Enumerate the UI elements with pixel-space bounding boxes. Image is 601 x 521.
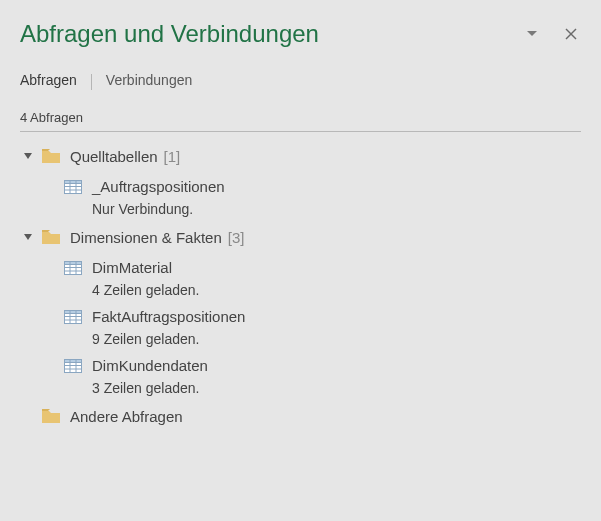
table-icon (64, 310, 82, 324)
group-name: Andere Abfragen (70, 408, 183, 425)
group-header[interactable]: Andere Abfragen (20, 404, 581, 428)
query-group: Dimensionen & Fakten [3] (20, 225, 581, 396)
group-header[interactable]: Quelltabellen [1] (20, 144, 581, 168)
query-group: Quelltabellen [1] _Au (20, 144, 581, 217)
query-tree: Quelltabellen [1] _Au (20, 144, 581, 428)
query-item-row: DimKundendaten (64, 357, 581, 374)
chevron-down-icon (20, 229, 36, 245)
pane-title: Abfragen und Verbindungen (20, 20, 527, 48)
group-header[interactable]: Dimensionen & Fakten [3] (20, 225, 581, 249)
query-name: _Auftragspositionen (92, 178, 225, 195)
tab-queries[interactable]: Abfragen (20, 72, 77, 92)
query-name: DimMaterial (92, 259, 172, 276)
group-count: [1] (164, 148, 181, 165)
svg-rect-21 (65, 359, 82, 362)
query-name: DimKundendaten (92, 357, 208, 374)
folder-icon (42, 149, 60, 163)
queries-connections-pane: Abfragen und Verbindungen Abfragen Verbi… (0, 0, 601, 521)
query-status: 9 Zeilen geladen. (92, 331, 581, 347)
folder-icon (42, 230, 60, 244)
close-icon[interactable] (565, 28, 577, 40)
svg-rect-9 (65, 261, 82, 264)
group-count: [3] (228, 229, 245, 246)
query-status: 3 Zeilen geladen. (92, 380, 581, 396)
svg-rect-3 (65, 180, 82, 183)
query-name: FaktAuftragspositionen (92, 308, 245, 325)
chevron-down-icon (20, 148, 36, 164)
group-name: Dimensionen & Fakten (70, 229, 222, 246)
query-item[interactable]: _Auftragspositionen Nur Verbindung. (20, 178, 581, 217)
query-item-row: FaktAuftragspositionen (64, 308, 581, 325)
header-icon-group (527, 28, 577, 40)
query-count-line: 4 Abfragen (20, 110, 581, 132)
tab-bar: Abfragen Verbindungen (20, 72, 581, 92)
query-status: 4 Zeilen geladen. (92, 282, 581, 298)
pane-options-dropdown-icon[interactable] (527, 31, 537, 37)
svg-rect-15 (65, 310, 82, 313)
query-item[interactable]: DimMaterial 4 Zeilen geladen. (20, 259, 581, 298)
query-status: Nur Verbindung. (92, 201, 581, 217)
table-icon (64, 261, 82, 275)
tab-divider (91, 74, 92, 90)
query-item-row: _Auftragspositionen (64, 178, 581, 195)
query-item[interactable]: FaktAuftragspositionen 9 Zeilen geladen. (20, 308, 581, 347)
query-group: Andere Abfragen (20, 404, 581, 428)
query-item[interactable]: DimKundendaten 3 Zeilen geladen. (20, 357, 581, 396)
pane-header: Abfragen und Verbindungen (20, 10, 581, 58)
tab-connections[interactable]: Verbindungen (106, 72, 192, 92)
group-name: Quelltabellen (70, 148, 158, 165)
query-item-row: DimMaterial (64, 259, 581, 276)
table-icon (64, 359, 82, 373)
table-icon (64, 180, 82, 194)
folder-icon (42, 409, 60, 423)
